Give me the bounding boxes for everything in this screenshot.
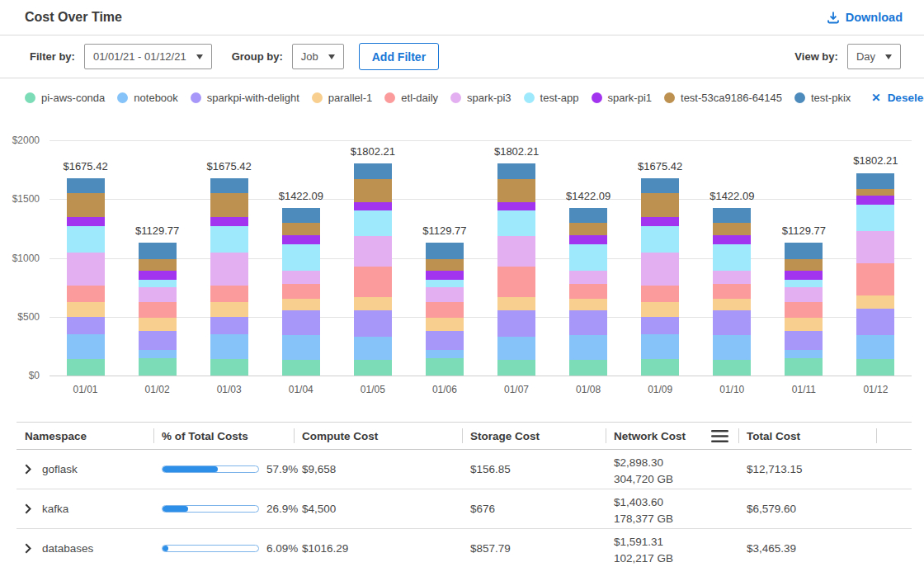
bar-segment-spark-pi1[interactable] — [426, 271, 464, 280]
bar-segment-etl-daily[interactable] — [785, 302, 823, 318]
bar-segment-parallel-1[interactable] — [282, 299, 320, 310]
bar-segment-test-pkix[interactable] — [713, 208, 751, 223]
expand-row-icon[interactable] — [25, 464, 31, 475]
deselect-all-button[interactable]: ✕ Deselect All — [871, 91, 924, 104]
bar-segment-sparkpi-with-delight[interactable] — [713, 310, 751, 335]
bar-segment-spark-pi1[interactable] — [641, 217, 679, 226]
bar-segment-sparkpi-with-delight[interactable] — [856, 309, 894, 335]
bar-segment-sparkpi-with-delight[interactable] — [139, 331, 177, 350]
bar-01-11[interactable] — [785, 243, 823, 376]
bar-segment-test-pkix[interactable] — [354, 163, 392, 179]
bar-segment-pi-aws-conda[interactable] — [210, 359, 248, 376]
bar-01-01[interactable] — [67, 178, 105, 376]
bar-segment-spark-pi1[interactable] — [139, 271, 177, 280]
bar-segment-test-pkix[interactable] — [785, 243, 823, 259]
bar-01-06[interactable] — [426, 243, 464, 376]
bar-01-12[interactable] — [856, 173, 894, 376]
bar-01-05[interactable] — [354, 163, 392, 376]
bar-segment-spark-pi3[interactable] — [139, 287, 177, 302]
bar-segment-test-53ca9186-64145[interactable] — [67, 193, 105, 217]
bar-segment-notebook[interactable] — [67, 334, 105, 359]
bar-segment-test-53ca9186-64145[interactable] — [785, 259, 823, 271]
bar-segment-etl-daily[interactable] — [426, 302, 464, 318]
download-button[interactable]: Download — [827, 11, 903, 24]
bar-segment-sparkpi-with-delight[interactable] — [210, 317, 248, 334]
bar-segment-test-53ca9186-64145[interactable] — [569, 223, 607, 235]
bar-segment-sparkpi-with-delight[interactable] — [497, 310, 535, 337]
bar-segment-notebook[interactable] — [785, 350, 823, 358]
bar-segment-test-app[interactable] — [282, 244, 320, 271]
bar-segment-spark-pi3[interactable] — [354, 236, 392, 267]
legend-item-test-app[interactable]: test-app — [524, 92, 579, 104]
bar-segment-spark-pi1[interactable] — [785, 271, 823, 280]
bar-segment-notebook[interactable] — [210, 334, 248, 359]
bar-segment-test-pkix[interactable] — [641, 178, 679, 192]
legend-item-notebook[interactable]: notebook — [117, 92, 178, 104]
legend-item-pi-aws-conda[interactable]: pi-aws-conda — [25, 92, 105, 104]
bar-segment-parallel-1[interactable] — [354, 297, 392, 310]
bar-segment-spark-pi3[interactable] — [497, 236, 535, 267]
bar-segment-test-pkix[interactable] — [497, 163, 535, 179]
legend-item-test-pkix[interactable]: test-pkix — [794, 92, 851, 104]
bar-segment-test-53ca9186-64145[interactable] — [856, 189, 894, 196]
bar-segment-etl-daily[interactable] — [641, 286, 679, 302]
bar-01-07[interactable] — [497, 163, 535, 376]
bar-segment-etl-daily[interactable] — [67, 286, 105, 302]
bar-segment-spark-pi3[interactable] — [210, 253, 248, 286]
bar-segment-spark-pi3[interactable] — [569, 271, 607, 284]
bar-segment-sparkpi-with-delight[interactable] — [426, 331, 464, 350]
bar-01-02[interactable] — [139, 243, 177, 376]
bar-01-04[interactable] — [282, 208, 320, 376]
bar-segment-pi-aws-conda[interactable] — [785, 358, 823, 376]
bar-segment-test-53ca9186-64145[interactable] — [282, 223, 320, 235]
bar-segment-spark-pi3[interactable] — [856, 231, 894, 263]
bar-segment-etl-daily[interactable] — [569, 284, 607, 299]
group-by-select[interactable]: Job — [292, 44, 344, 69]
bar-segment-etl-daily[interactable] — [713, 284, 751, 299]
bar-segment-test-app[interactable] — [354, 210, 392, 236]
add-filter-button[interactable]: Add Filter — [359, 43, 439, 70]
namespace-cell[interactable]: kafka — [16, 503, 153, 515]
column-header-compute-cost[interactable]: Compute Cost — [294, 423, 462, 449]
bar-segment-test-pkix[interactable] — [67, 178, 105, 192]
bar-segment-parallel-1[interactable] — [67, 302, 105, 317]
bar-segment-test-53ca9186-64145[interactable] — [426, 259, 464, 271]
bar-segment-parallel-1[interactable] — [210, 302, 248, 317]
column-header-total-cost[interactable]: Total Cost — [738, 423, 876, 449]
bar-segment-test-53ca9186-64145[interactable] — [713, 223, 751, 235]
bar-segment-spark-pi1[interactable] — [354, 202, 392, 210]
bar-01-09[interactable] — [641, 178, 679, 376]
bar-segment-test-53ca9186-64145[interactable] — [497, 179, 535, 201]
bar-segment-spark-pi1[interactable] — [569, 235, 607, 244]
column-menu-icon[interactable] — [711, 430, 728, 442]
bar-segment-parallel-1[interactable] — [641, 302, 679, 317]
namespace-cell[interactable]: databases — [16, 542, 153, 555]
bar-segment-spark-pi3[interactable] — [67, 253, 105, 286]
bar-segment-notebook[interactable] — [139, 350, 177, 358]
bar-segment-notebook[interactable] — [641, 334, 679, 359]
bar-segment-test-pkix[interactable] — [426, 243, 464, 259]
bar-segment-etl-daily[interactable] — [282, 284, 320, 299]
bar-segment-spark-pi3[interactable] — [426, 287, 464, 302]
column-header--of-total-costs[interactable]: % of Total Costs — [153, 423, 294, 449]
bar-segment-spark-pi1[interactable] — [713, 235, 751, 244]
bar-segment-test-app[interactable] — [139, 280, 177, 287]
bar-segment-test-53ca9186-64145[interactable] — [210, 193, 248, 217]
bar-segment-parallel-1[interactable] — [713, 299, 751, 310]
bar-segment-notebook[interactable] — [713, 335, 751, 360]
bar-segment-sparkpi-with-delight[interactable] — [354, 310, 392, 337]
bar-segment-pi-aws-conda[interactable] — [713, 360, 751, 376]
bar-segment-test-pkix[interactable] — [856, 173, 894, 189]
bar-segment-parallel-1[interactable] — [426, 318, 464, 331]
bar-segment-test-pkix[interactable] — [282, 208, 320, 223]
bar-segment-notebook[interactable] — [569, 335, 607, 360]
bar-segment-sparkpi-with-delight[interactable] — [569, 310, 607, 335]
bar-segment-pi-aws-conda[interactable] — [67, 359, 105, 376]
legend-item-test-53ca9186-64145[interactable]: test-53ca9186-64145 — [664, 92, 782, 104]
bar-segment-test-app[interactable] — [641, 226, 679, 253]
bar-segment-pi-aws-conda[interactable] — [354, 360, 392, 376]
legend-item-spark-pi3[interactable]: spark-pi3 — [450, 92, 511, 104]
bar-segment-parallel-1[interactable] — [569, 299, 607, 310]
legend-item-etl-daily[interactable]: etl-daily — [384, 92, 438, 104]
bar-segment-parallel-1[interactable] — [139, 318, 177, 331]
